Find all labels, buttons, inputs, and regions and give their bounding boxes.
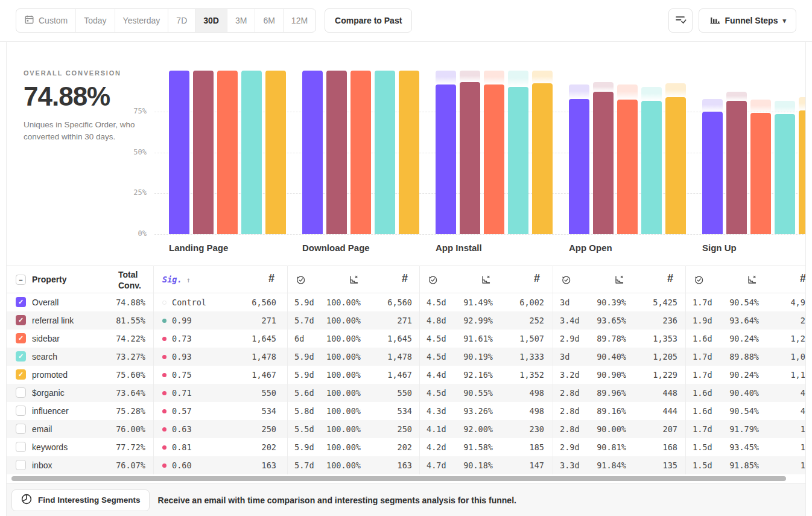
y-axis-tick: 0% <box>119 229 147 238</box>
step-count: 163 <box>352 456 412 474</box>
step-count: 498 <box>484 384 544 402</box>
sig-column-header[interactable]: Sig. ↑ <box>162 275 191 284</box>
date-range-3m[interactable]: 3M <box>227 9 255 32</box>
step-count: 6,560 <box>216 293 276 311</box>
property-name: Overall <box>32 293 59 311</box>
table-row[interactable]: ✓referral link81.55%0.992715.7d 100.00% … <box>7 311 806 330</box>
table-row[interactable]: ✓search73.27%0.931,4785.9d 100.00% 1,478… <box>7 348 806 366</box>
property-checkbox[interactable] <box>16 424 26 434</box>
date-range-7d[interactable]: 7D <box>168 9 195 32</box>
chart-options-button[interactable] <box>668 8 693 33</box>
property-checkbox[interactable]: ✓ <box>16 333 26 343</box>
funnel-bar[interactable] <box>726 101 747 234</box>
table-row[interactable]: keywords77.72%0.812025.9d 100.00% 2024.2… <box>7 438 806 456</box>
funnel-bar[interactable] <box>569 99 589 234</box>
funnel-bar[interactable] <box>350 71 371 234</box>
funnel-bar[interactable] <box>750 113 771 234</box>
funnel-bar[interactable] <box>508 87 528 234</box>
property-checkbox[interactable]: ✓ <box>16 369 26 380</box>
chart-falloff-icon[interactable] <box>349 275 359 287</box>
step-count: 185 <box>484 438 544 456</box>
funnel-bar[interactable] <box>460 82 480 234</box>
funnel-bar[interactable] <box>193 71 214 234</box>
select-all-checkbox[interactable]: − <box>16 275 26 285</box>
date-range-today[interactable]: Today <box>76 9 115 32</box>
hash-icon[interactable]: # <box>534 272 540 285</box>
property-checkbox[interactable] <box>16 460 26 470</box>
bar-dropoff-cap <box>799 97 806 110</box>
funnel-bar[interactable] <box>641 101 662 234</box>
step-count: 1,229 <box>617 366 677 384</box>
property-checkbox[interactable] <box>16 406 26 416</box>
clock-check-icon[interactable] <box>561 275 571 287</box>
chart-falloff-icon[interactable] <box>747 275 757 287</box>
chart-falloff-icon[interactable] <box>614 275 624 287</box>
gridline <box>154 234 806 235</box>
funnel-bar[interactable] <box>436 84 456 234</box>
clock-check-icon[interactable] <box>694 275 704 287</box>
chart-falloff-icon[interactable] <box>481 275 491 287</box>
table-row[interactable]: ✓promoted75.60%0.751,4675.9d 100.00% 1,4… <box>7 366 806 384</box>
funnel-bar[interactable] <box>593 92 614 234</box>
property-column-header[interactable]: Property <box>32 275 67 284</box>
y-axis-tick: 25% <box>119 188 147 197</box>
compare-to-past-button[interactable]: Compare to Past <box>325 8 412 33</box>
funnel-bar[interactable] <box>617 100 638 234</box>
sig-value: 0.60 <box>162 456 192 474</box>
total-conv-column-header[interactable]: Total Conv. <box>118 269 150 291</box>
funnel-bar[interactable] <box>702 112 723 234</box>
date-range-custom[interactable]: Custom <box>16 9 76 32</box>
date-range-yesterday[interactable]: Yesterday <box>115 9 169 32</box>
sig-dot <box>162 427 167 432</box>
property-checkbox[interactable] <box>16 387 26 398</box>
hash-icon[interactable]: # <box>268 272 274 285</box>
funnel-bar[interactable] <box>484 84 504 234</box>
funnel-bar[interactable] <box>775 114 795 234</box>
clock-check-icon[interactable] <box>428 275 438 287</box>
step-count: 135 <box>617 456 677 474</box>
funnel-bar[interactable] <box>302 71 323 234</box>
funnel-bar[interactable] <box>375 71 395 234</box>
bar-dropoff-cap <box>569 84 589 99</box>
table-row[interactable]: ✓sidebar74.22%0.731,6456d 100.00% 1,6454… <box>7 330 806 348</box>
date-range-6m[interactable]: 6M <box>255 9 283 32</box>
funnel-bar[interactable] <box>399 71 419 234</box>
table-header: − Property Total Conv. Sig. ↑ # # # # # <box>7 266 806 293</box>
sig-value: 0.73 <box>162 330 192 348</box>
hash-icon[interactable]: # <box>667 272 673 285</box>
total-conv-value: 76.07% <box>85 456 145 474</box>
property-name: email <box>32 420 52 438</box>
sig-value: 0.63 <box>162 420 192 438</box>
property-checkbox[interactable]: ✓ <box>16 315 26 325</box>
step-count: 1,478 <box>352 348 412 366</box>
funnel-bar[interactable] <box>265 71 286 234</box>
table-row[interactable]: inbox76.07%0.601635.7d 100.00% 1634.7d 9… <box>7 456 806 474</box>
funnel-bar[interactable] <box>169 71 189 234</box>
table-row[interactable]: ✓Overall74.88%Control6,5605.9d 100.00% 6… <box>7 293 806 311</box>
hash-icon[interactable]: # <box>402 272 408 285</box>
table-row[interactable]: $organic73.64%0.715505.6d 100.00% 5504.5… <box>7 384 806 402</box>
funnel-bar[interactable] <box>241 71 262 234</box>
view-selector-button[interactable]: Funnel Steps ▾ <box>699 8 796 33</box>
funnel-bar[interactable] <box>326 71 347 234</box>
table-row[interactable]: influencer75.28%0.575345.8d 100.00% 5344… <box>7 402 806 420</box>
hash-icon[interactable]: # <box>800 272 806 285</box>
footer-message: Receive an email with time comparison an… <box>158 495 516 505</box>
property-checkbox[interactable]: ✓ <box>16 351 26 362</box>
funnel-bar[interactable] <box>217 71 238 234</box>
step-count: 1,10 <box>750 366 806 384</box>
funnel-bar[interactable] <box>532 83 553 234</box>
date-range-12m[interactable]: 12M <box>284 9 316 32</box>
property-checkbox[interactable] <box>16 442 26 452</box>
date-range-30d[interactable]: 30D <box>195 9 227 32</box>
find-interesting-segments-button[interactable]: Find Interesting Segments <box>11 489 150 511</box>
footer-bar: Find Interesting Segments Receive an ema… <box>7 483 806 516</box>
funnel-bar[interactable] <box>799 110 806 234</box>
table-row[interactable]: email76.00%0.632505.5d 100.00% 2504.1d 9… <box>7 420 806 438</box>
sig-value: 0.99 <box>162 311 192 330</box>
property-checkbox[interactable]: ✓ <box>16 297 26 307</box>
funnel-bar[interactable] <box>665 97 686 234</box>
clock-check-icon[interactable] <box>296 275 306 287</box>
column-divider <box>419 266 420 474</box>
horizontal-scrollbar-thumb[interactable] <box>11 476 786 481</box>
